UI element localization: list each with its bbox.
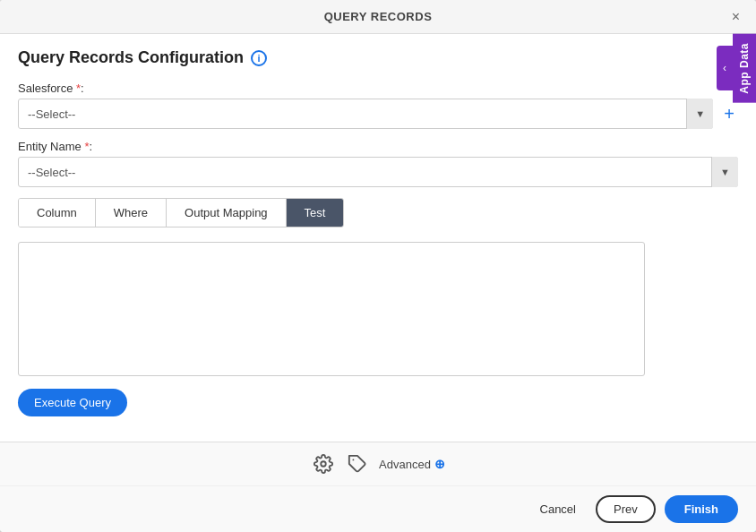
entity-name-field-row: Entity Name *: --Select-- ▼ bbox=[18, 140, 738, 187]
prev-button[interactable]: Prev bbox=[596, 495, 656, 523]
advanced-plus-icon: ⊕ bbox=[434, 457, 445, 471]
tab-test[interactable]: Test bbox=[287, 199, 344, 227]
close-button[interactable]: × bbox=[726, 8, 745, 26]
footer: Advanced ⊕ Cancel Prev Finish bbox=[0, 442, 756, 532]
gear-icon[interactable] bbox=[311, 451, 336, 476]
app-data-label[interactable]: App Data bbox=[733, 34, 756, 103]
salesforce-select[interactable]: --Select-- bbox=[18, 99, 713, 129]
finish-button[interactable]: Finish bbox=[665, 495, 738, 523]
salesforce-select-wrapper: --Select-- ▼ bbox=[18, 99, 713, 129]
salesforce-field-row: Salesforce *: --Select-- ▼ + bbox=[18, 82, 738, 129]
advanced-label[interactable]: Advanced ⊕ bbox=[379, 457, 445, 471]
cancel-button[interactable]: Cancel bbox=[529, 497, 587, 521]
salesforce-add-button[interactable]: + bbox=[720, 105, 738, 123]
tabs-container: Column Where Output Mapping Test bbox=[18, 198, 344, 227]
tab-output-mapping[interactable]: Output Mapping bbox=[167, 199, 287, 227]
entity-name-select[interactable]: --Select-- bbox=[18, 157, 738, 187]
svg-point-0 bbox=[321, 461, 326, 467]
entity-name-required: * bbox=[82, 140, 90, 153]
tab-column[interactable]: Column bbox=[19, 199, 96, 227]
info-icon[interactable]: i bbox=[251, 50, 267, 66]
salesforce-required: * bbox=[73, 82, 81, 95]
page-title-text: Query Records Configuration bbox=[18, 48, 244, 67]
puzzle-icon[interactable] bbox=[345, 451, 370, 476]
entity-name-label: Entity Name *: bbox=[18, 140, 738, 153]
footer-actions: Cancel Prev Finish bbox=[0, 486, 756, 532]
entity-name-select-wrapper: --Select-- ▼ bbox=[18, 157, 738, 187]
title-bar: QUERY RECORDS × bbox=[0, 0, 756, 34]
salesforce-label: Salesforce *: bbox=[18, 82, 738, 95]
salesforce-select-row: --Select-- ▼ + bbox=[18, 99, 738, 129]
execute-query-button[interactable]: Execute Query bbox=[18, 389, 127, 416]
tab-where[interactable]: Where bbox=[96, 199, 167, 227]
main-content: Query Records Configuration i Salesforce… bbox=[0, 34, 756, 442]
footer-advanced-row: Advanced ⊕ bbox=[0, 442, 756, 486]
modal: QUERY RECORDS × ‹ App Data Query Records… bbox=[0, 0, 756, 532]
page-title-row: Query Records Configuration i bbox=[18, 48, 738, 67]
modal-title: QUERY RECORDS bbox=[324, 10, 433, 23]
app-data-chevron[interactable]: ‹ bbox=[717, 46, 733, 90]
query-result-box bbox=[18, 242, 645, 376]
app-data-tab-container: ‹ App Data bbox=[717, 34, 756, 103]
